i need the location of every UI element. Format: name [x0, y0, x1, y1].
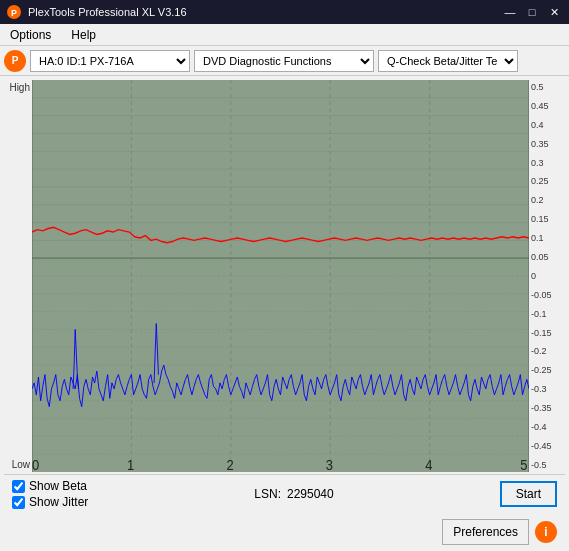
svg-text:P: P [11, 8, 17, 18]
main-content: High Low [0, 76, 569, 551]
lsn-area: LSN: 2295040 [254, 487, 333, 501]
controls-row1: Show Beta Show Jitter LSN: 2295040 Start [12, 479, 557, 509]
minimize-button[interactable]: — [501, 3, 519, 21]
show-beta-checkbox[interactable] [12, 480, 25, 493]
svg-text:2: 2 [226, 457, 233, 472]
info-button[interactable]: i [535, 521, 557, 543]
lsn-value: 2295040 [287, 487, 334, 501]
y-high-label: High [9, 82, 30, 93]
window-title: PlexTools Professional XL V3.16 [28, 6, 187, 18]
chart-plot: 0 1 2 3 4 5 [32, 80, 529, 472]
svg-text:4: 4 [425, 457, 433, 472]
device-select[interactable]: HA:0 ID:1 PX-716A [30, 50, 190, 72]
buttons-area: Start [500, 481, 557, 507]
checkboxes-group: Show Beta Show Jitter [12, 479, 88, 509]
y-low-label: Low [12, 459, 30, 470]
pref-buttons-area: Preferences i [442, 519, 557, 545]
menu-bar: Options Help [0, 24, 569, 46]
menu-options[interactable]: Options [6, 27, 55, 43]
test-select[interactable]: Q-Check Beta/Jitter Test [378, 50, 518, 72]
title-bar: P PlexTools Professional XL V3.16 — □ ✕ [0, 0, 569, 24]
toolbar: P HA:0 ID:1 PX-716A DVD Diagnostic Funct… [0, 46, 569, 76]
show-beta-label: Show Beta [29, 479, 87, 493]
preferences-button[interactable]: Preferences [442, 519, 529, 545]
y-axis-left: High Low [4, 80, 32, 472]
title-controls: — □ ✕ [501, 3, 563, 21]
device-icon: P [4, 50, 26, 72]
controls-row2: Preferences i [12, 519, 557, 545]
lsn-label: LSN: [254, 487, 281, 501]
svg-text:1: 1 [127, 457, 134, 472]
maximize-button[interactable]: □ [523, 3, 541, 21]
app-icon: P [6, 4, 22, 20]
menu-help[interactable]: Help [67, 27, 100, 43]
show-jitter-label: Show Jitter [29, 495, 88, 509]
show-beta-row: Show Beta [12, 479, 88, 493]
bottom-panel: Show Beta Show Jitter LSN: 2295040 Start… [4, 474, 565, 549]
function-select[interactable]: DVD Diagnostic Functions [194, 50, 374, 72]
start-button[interactable]: Start [500, 481, 557, 507]
chart-area: High Low [4, 80, 565, 472]
show-jitter-row: Show Jitter [12, 495, 88, 509]
show-jitter-checkbox[interactable] [12, 496, 25, 509]
close-button[interactable]: ✕ [545, 3, 563, 21]
y-axis-right: 0.5 0.45 0.4 0.35 0.3 0.25 0.2 0.15 0.1 … [529, 80, 565, 472]
svg-text:3: 3 [326, 457, 333, 472]
svg-text:0: 0 [32, 457, 40, 472]
svg-text:5: 5 [520, 457, 527, 472]
